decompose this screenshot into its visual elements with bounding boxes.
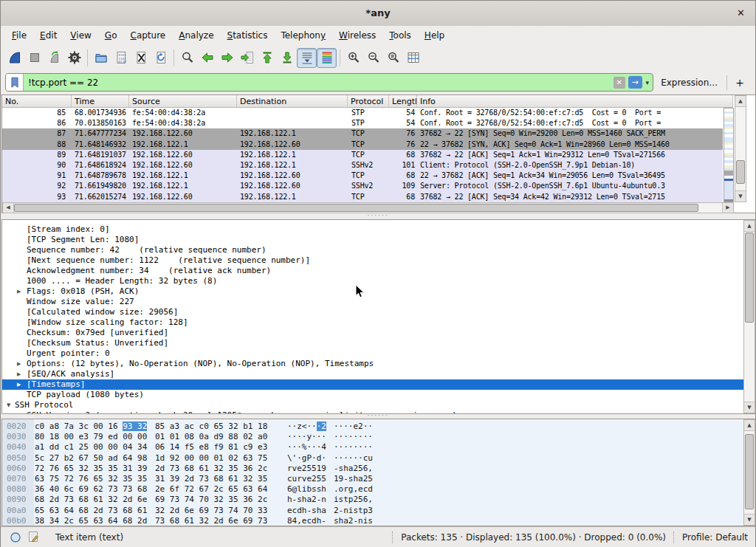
filter-input[interactable]: !tcp.port == 22 (24, 78, 614, 88)
restart-capture-button[interactable] (44, 48, 64, 68)
menu-go[interactable]: Go (98, 27, 124, 44)
scroll-down-button[interactable]: ▼ (735, 190, 746, 202)
menu-help[interactable]: Help (418, 27, 451, 44)
hex-row-00a0[interactable]: 00a065 63 64 68 2d 73 68 6132 2d 6e 69 7… (2, 506, 743, 516)
detail-line[interactable]: Checksum: 0x79ed [unverified] (2, 328, 743, 338)
close-button[interactable]: ✕ (737, 1, 745, 25)
column-header-protocol[interactable]: Protocol (348, 95, 389, 107)
expand-arrow-icon[interactable]: ▶ (17, 359, 21, 369)
stop-capture-button[interactable] (24, 48, 44, 68)
go-first-packet-button[interactable] (257, 48, 277, 68)
filter-dropdown-caret-icon[interactable]: ▾ (642, 79, 653, 86)
packet-list-vscrollbar[interactable]: ▲ ▼ (735, 95, 746, 202)
detail-line[interactable]: Urgent pointer: 0 (2, 348, 743, 359)
detail-line[interactable]: Sequence number: 42 (relative sequence n… (2, 245, 743, 255)
menu-file[interactable]: File (5, 27, 33, 44)
expand-arrow-icon[interactable]: ▶ (17, 410, 21, 413)
expand-arrow-icon[interactable]: ▶ (17, 369, 21, 379)
hex-row-00b0[interactable]: 00b038 34 2c 65 63 64 68 2d73 68 61 32 2… (2, 516, 743, 526)
detail-line[interactable]: [Calculated window size: 29056] (2, 307, 743, 317)
reload-capture-file-button[interactable] (151, 48, 171, 68)
detail-line[interactable]: ▼SSH Protocol (2, 400, 743, 410)
scroll-right-button[interactable]: ▶ (722, 203, 733, 213)
status-profile[interactable]: Profile: Default (682, 532, 748, 543)
collapse-arrow-icon[interactable]: ▼ (7, 400, 10, 410)
menu-capture[interactable]: Capture (123, 27, 172, 44)
hex-row-0060[interactable]: 006072 76 65 32 35 35 31 392d 73 68 61 3… (2, 464, 743, 474)
detail-line[interactable]: Acknowledgment number: 34 (relative ack … (2, 266, 743, 276)
column-header-source[interactable]: Source (129, 95, 237, 107)
packet-row-86[interactable]: 8670.013850163fe:54:00:d4:38:2aSTP54Conf… (2, 118, 723, 128)
capture-options-button[interactable] (64, 48, 84, 68)
packet-row-93[interactable]: 9371.662015274192.168.122.60192.168.122.… (2, 192, 723, 202)
scrollbar-thumb[interactable] (14, 204, 698, 212)
detail-line[interactable]: [Window size scaling factor: 128] (2, 317, 743, 328)
scroll-down-button[interactable]: ▼ (744, 402, 755, 413)
detail-line[interactable]: [Checksum Status: Unverified] (2, 338, 743, 348)
packet-row-92[interactable]: 9271.661949820192.168.122.1192.168.122.6… (2, 181, 723, 191)
packet-row-85[interactable]: 8568.001734936fe:54:00:d4:38:2aSTP54Conf… (2, 108, 723, 118)
menu-edit[interactable]: Edit (33, 27, 63, 44)
go-last-packet-button[interactable] (277, 48, 297, 68)
column-header-length[interactable]: Length (389, 95, 417, 107)
titlebar[interactable]: *any ✕ (1, 1, 755, 27)
hex-row-0030[interactable]: 003080 18 00 e3 79 ed 00 0001 01 08 0a d… (2, 432, 743, 442)
detail-line[interactable]: ▶Flags: 0x018 (PSH, ACK) (2, 286, 743, 297)
detail-vscrollbar[interactable]: ▲ ▼ (743, 220, 755, 413)
filter-clear-button[interactable]: ✕ (614, 77, 625, 89)
scrollbar-thumb[interactable] (745, 233, 754, 323)
resize-columns-button[interactable] (403, 48, 423, 68)
detail-line[interactable]: 1000 .... = Header Length: 32 bytes (8) (2, 276, 743, 286)
column-header-destination[interactable]: Destination (237, 95, 348, 107)
menu-statistics[interactable]: Statistics (221, 27, 275, 44)
zoom-out-button[interactable] (363, 48, 383, 68)
auto-scroll-button[interactable] (297, 48, 317, 68)
detail-line[interactable]: ▶Options: (12 bytes), No-Operation (NOP)… (2, 359, 743, 369)
scroll-up-button[interactable]: ▲ (744, 221, 755, 232)
scroll-down-button[interactable]: ▼ (744, 514, 755, 525)
expand-arrow-icon[interactable]: ▶ (17, 379, 21, 390)
scroll-left-button[interactable]: ◀ (3, 203, 14, 213)
scrollbar-thumb[interactable] (736, 160, 745, 184)
menu-tools[interactable]: Tools (382, 27, 418, 44)
detail-line[interactable]: [TCP Segment Len: 1080] (2, 235, 743, 245)
expert-info-button[interactable] (8, 530, 23, 545)
bytes-vscrollbar[interactable]: ▲ ▼ (743, 419, 755, 526)
scrollbar-thumb[interactable] (745, 434, 754, 509)
go-back-button[interactable] (197, 48, 217, 68)
detail-line[interactable]: Window size value: 227 (2, 297, 743, 307)
filter-bookmark-button[interactable] (6, 74, 24, 91)
filter-add-button[interactable]: + (729, 77, 751, 89)
hex-row-0040[interactable]: 0040a1 dd c1 25 00 00 04 3406 14 f5 e8 f… (2, 442, 743, 453)
column-header-info[interactable]: Info (417, 95, 733, 107)
scroll-up-button[interactable]: ▲ (735, 96, 746, 107)
menu-wireless[interactable]: Wireless (332, 27, 382, 44)
expand-arrow-icon[interactable]: ▶ (17, 286, 21, 297)
hex-row-0090[interactable]: 009068 2d 73 68 61 32 2d 6e69 73 74 70 3… (2, 495, 743, 505)
open-capture-file-button[interactable] (91, 48, 111, 68)
hex-row-0070[interactable]: 007063 75 72 76 65 32 35 3531 39 2d 73 6… (2, 474, 743, 484)
close-capture-file-button[interactable] (131, 48, 151, 68)
colorize-packets-button[interactable] (317, 48, 337, 68)
zoom-original-button[interactable] (383, 48, 403, 68)
capture-comment-button[interactable] (27, 530, 41, 545)
hex-row-0080[interactable]: 008036 40 6c 69 62 73 73 682e 6f 72 67 2… (2, 484, 743, 495)
column-header-time[interactable]: Time (72, 95, 129, 107)
expression-button[interactable]: Expression… (653, 78, 725, 88)
hex-row-0050[interactable]: 00505c 27 b2 67 50 ad 64 981d 92 00 00 0… (2, 453, 743, 464)
pane-splitter-top[interactable]: ······ (1, 213, 755, 219)
filter-apply-button[interactable]: → (628, 76, 642, 89)
detail-line[interactable]: [Stream index: 0] (2, 224, 743, 235)
detail-line[interactable]: ▶[Timestamps] (2, 379, 743, 390)
packet-row-90[interactable]: 9071.648618924192.168.122.60192.168.122.… (2, 160, 723, 171)
scroll-up-button[interactable]: ▲ (744, 420, 755, 431)
start-capture-button[interactable] (4, 48, 24, 68)
hex-row-0020[interactable]: 0020c0 a8 7a 3c 00 16 93 3285 a3 ac c0 6… (2, 422, 743, 432)
zoom-in-button[interactable] (343, 48, 363, 68)
packet-row-89[interactable]: 8971.648191037192.168.122.60192.168.122.… (2, 150, 723, 160)
detail-line[interactable]: ▶[SEQ/ACK analysis] (2, 369, 743, 379)
packet-row-88[interactable]: 8871.648146932192.168.122.1192.168.122.6… (2, 140, 723, 150)
column-header-no[interactable]: No. (2, 95, 72, 107)
detail-line[interactable]: [Next sequence number: 1122 (relative se… (2, 255, 743, 266)
menu-view[interactable]: View (63, 27, 97, 44)
